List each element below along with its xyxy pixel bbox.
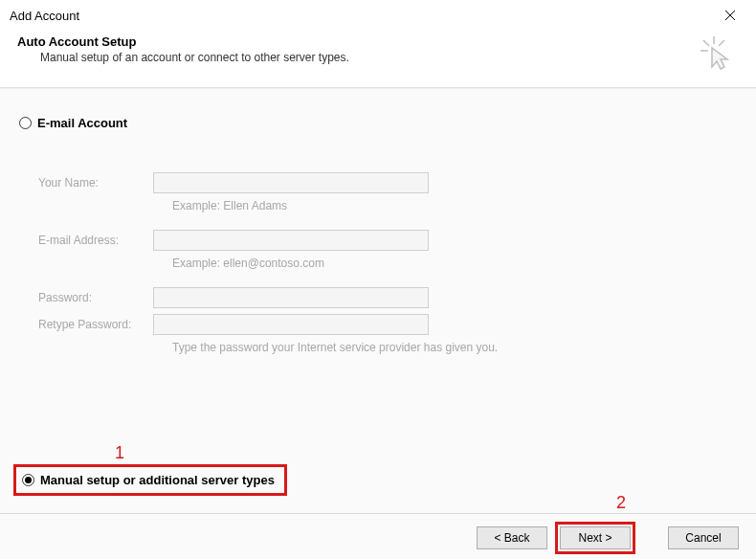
svg-line-3 [703,40,709,46]
highlight-box-1: Manual setup or additional server types [13,464,287,496]
row-email: E-mail Address: [38,230,737,251]
close-icon[interactable] [716,5,745,26]
radio-email-label: E-mail Account [37,116,127,130]
input-retype-password [153,314,429,335]
back-button[interactable]: < Back [477,526,547,549]
annotation-1: 1 [115,443,124,463]
label-retype-password: Retype Password: [38,318,153,331]
label-your-name: Your Name: [38,176,153,190]
window-title: Add Account [10,9,79,23]
hint-your-name: Example: Ellen Adams [172,199,737,212]
annotation-2: 2 [616,493,626,513]
radio-manual[interactable] [22,474,34,486]
header-text: Auto Account Setup Manual setup of an ac… [17,34,349,64]
next-button[interactable]: Next > [560,526,631,549]
highlight-box-2: Next > [555,522,635,554]
input-your-name [153,172,429,193]
input-password [153,287,429,308]
radio-icon [19,117,32,129]
header-subtitle: Manual setup of an account or connect to… [40,51,349,64]
titlebar: Add Account [0,0,756,29]
label-password: Password: [38,291,153,304]
cursor-icon [700,36,733,76]
row-your-name: Your Name: [38,172,737,193]
label-email: E-mail Address: [38,234,153,247]
hint-password: Type the password your Internet service … [172,341,737,354]
hint-email: Example: ellen@contoso.com [172,257,737,270]
manual-radio-container: Manual setup or additional server types [13,464,287,496]
form-area: Your Name: Example: Ellen Adams E-mail A… [38,172,737,354]
input-email [153,230,429,251]
dialog-body: E-mail Account Your Name: Example: Ellen… [0,88,756,513]
header: Auto Account Setup Manual setup of an ac… [0,29,756,88]
header-title: Auto Account Setup [17,34,349,49]
svg-line-4 [719,40,724,46]
footer: 2 < Back Next > Cancel [0,513,756,559]
row-password: Password: [38,287,737,308]
cancel-button[interactable]: Cancel [668,526,739,549]
radio-email-account[interactable]: E-mail Account [19,116,737,130]
row-retype-password: Retype Password: [38,314,737,335]
radio-manual-label: Manual setup or additional server types [40,473,275,487]
